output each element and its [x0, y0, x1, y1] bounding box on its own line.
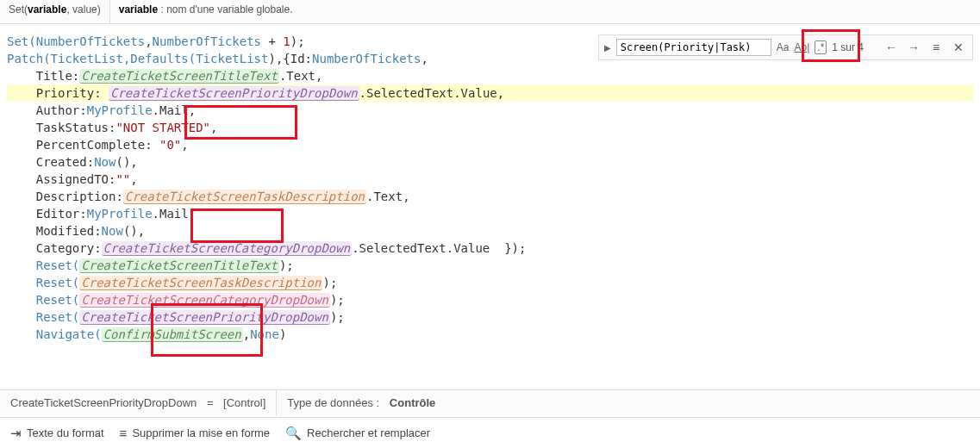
formula-editor[interactable]: Set(NumberOfTickets,NumberOfTickets + 1)…	[0, 24, 980, 346]
token-priority-dropdown: CreateTicketScreenPriorityDropDown	[109, 86, 359, 101]
regex-toggle[interactable]: .*	[815, 40, 827, 54]
match-case-toggle[interactable]: Aa	[777, 41, 790, 53]
next-match-icon[interactable]: →	[905, 39, 922, 56]
signature-bar: Set(variable, value) variable : nom d'un…	[0, 0, 980, 24]
format-icon: ⇥	[10, 426, 22, 441]
status-entity: CreateTicketScreenPriorityDropDown = [Co…	[0, 390, 277, 415]
find-collapse-icon[interactable]: ▶	[604, 43, 611, 53]
close-find-icon[interactable]: ✕	[950, 39, 967, 56]
token-reset-title: CreateTicketScreenTitleText	[79, 258, 279, 273]
remove-format-button[interactable]: ≡ Supprimer la mise en forme	[120, 426, 270, 440]
token-reset-task: CreateTicketScreenTaskDescription	[79, 276, 322, 290]
token-category-dropdown: CreateTicketScreenCategoryDropDown	[102, 241, 353, 256]
remove-format-icon: ≡	[120, 426, 128, 440]
find-input[interactable]	[616, 39, 771, 56]
token-reset-priority: CreateTicketScreenPriorityDropDown	[79, 310, 330, 325]
find-bar: ▶ Aa Ab| .* 1 sur 4 ← → ≡ ✕	[598, 34, 973, 60]
find-replace-button[interactable]: 🔍 Rechercher et remplacer	[285, 426, 430, 441]
status-datatype: Type de données : Contrôle	[277, 390, 446, 415]
token-confirm-screen: ConfirmSubmitScreen	[102, 327, 243, 342]
format-text-button[interactable]: ⇥ Texte du format	[10, 426, 104, 441]
status-bar: CreateTicketScreenPriorityDropDown = [Co…	[0, 389, 980, 415]
token-reset-category: CreateTicketScreenCategoryDropDown	[79, 293, 330, 308]
find-count: 1 sur 4	[832, 41, 864, 53]
signature-text: Set(variable, value)	[0, 0, 110, 23]
whole-word-toggle[interactable]: Ab|	[795, 41, 810, 53]
footer-toolbar: ⇥ Texte du format ≡ Supprimer la mise en…	[0, 417, 980, 448]
search-icon: 🔍	[285, 426, 302, 441]
selection-scope-icon[interactable]: ≡	[927, 39, 945, 56]
prev-match-icon[interactable]: ←	[883, 39, 900, 56]
token-task-desc: CreateTicketScreenTaskDescription	[123, 190, 366, 204]
token-title-text: CreateTicketScreenTitleText	[79, 69, 279, 84]
code-content: Set(NumberOfTickets,NumberOfTickets + 1)…	[7, 33, 973, 343]
signature-hint: variable : nom d'une variable globale.	[110, 0, 302, 23]
